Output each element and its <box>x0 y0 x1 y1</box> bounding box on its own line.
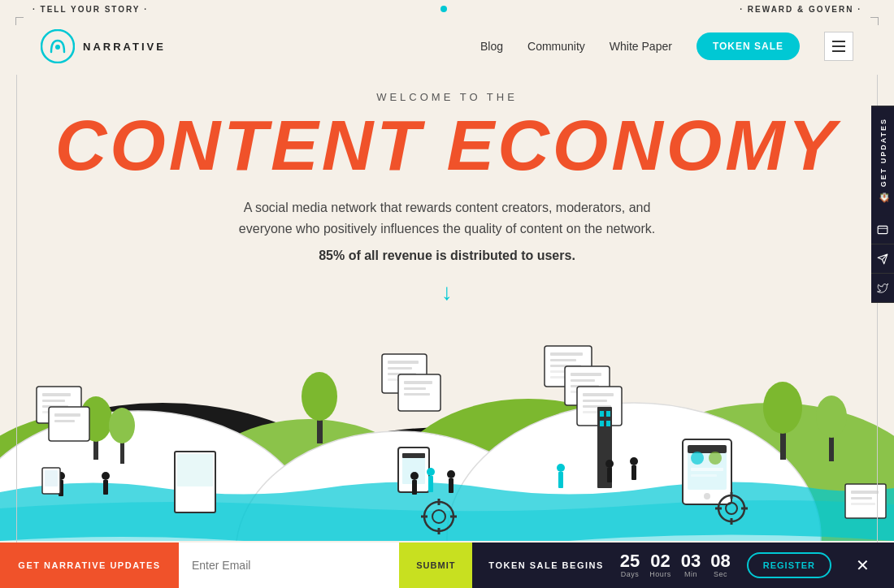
hamburger-line2 <box>832 45 845 47</box>
svg-rect-58 <box>550 359 576 361</box>
countdown-hours: 02 Hours <box>649 552 671 578</box>
sidebar-telegram-icon[interactable] <box>871 244 894 274</box>
svg-rect-76 <box>606 421 610 426</box>
hero-description: A social media network that rewards cont… <box>228 197 666 239</box>
svg-rect-22 <box>54 413 80 417</box>
svg-rect-43 <box>402 453 425 458</box>
svg-rect-104 <box>851 491 879 494</box>
top-bar-left: · TELL YOUR STORY · <box>33 5 148 14</box>
countdown-sec: 08 Sec <box>710 552 730 578</box>
svg-rect-40 <box>404 393 430 396</box>
min-number: 03 <box>681 552 701 570</box>
svg-rect-38 <box>404 381 432 384</box>
svg-rect-89 <box>688 445 727 453</box>
countdown-min: 03 Min <box>681 552 701 578</box>
svg-rect-63 <box>571 373 601 376</box>
svg-point-50 <box>410 472 419 480</box>
svg-rect-57 <box>550 352 583 356</box>
svg-point-83 <box>605 460 614 468</box>
logo-icon <box>41 29 75 63</box>
countdown: 25 Days 02 Hours 03 Min 08 Sec <box>620 552 731 578</box>
svg-rect-17 <box>42 393 71 396</box>
hamburger-line1 <box>832 41 845 42</box>
svg-rect-84 <box>607 468 612 482</box>
svg-rect-82 <box>558 472 563 488</box>
sidebar-right: 🏠 GET UPDATES <box>871 106 894 303</box>
hamburger-line3 <box>832 50 845 52</box>
svg-rect-106 <box>851 503 875 505</box>
top-bar-right: · REWARD & GOVERN · <box>740 5 861 14</box>
logo[interactable]: NARRATIVE <box>41 29 166 63</box>
svg-rect-73 <box>600 411 604 417</box>
svg-rect-68 <box>583 393 614 396</box>
token-sale-button[interactable]: TOKEN SALE <box>697 32 800 60</box>
svg-point-81 <box>557 464 565 472</box>
email-input[interactable] <box>192 559 386 572</box>
svg-point-15 <box>109 408 135 443</box>
close-button[interactable]: ✕ <box>848 556 878 575</box>
svg-rect-86 <box>631 465 636 480</box>
svg-rect-107 <box>878 226 887 233</box>
svg-rect-34 <box>388 367 412 370</box>
nav-whitepaper[interactable]: White Paper <box>610 40 672 53</box>
hours-label: Hours <box>649 570 671 578</box>
hamburger-menu[interactable] <box>824 32 853 61</box>
nav-community[interactable]: Community <box>527 40 585 53</box>
svg-point-52 <box>427 468 435 476</box>
svg-rect-55 <box>449 478 454 493</box>
nav-blog[interactable]: Blog <box>480 40 503 53</box>
bottom-email-section <box>179 543 399 588</box>
svg-rect-69 <box>583 400 607 402</box>
hero-highlight: 85% of all revenue is distributed to use… <box>16 249 878 263</box>
bottom-token-section: TOKEN SALE BEGINS 25 Days 02 Hours 03 Mi… <box>472 543 894 588</box>
hero-title: CONTENT ECONOMY <box>16 110 878 181</box>
svg-rect-64 <box>571 379 595 382</box>
svg-rect-33 <box>388 361 419 364</box>
svg-point-80 <box>816 396 847 438</box>
svg-point-91 <box>691 452 704 465</box>
hero-arrow-icon: ↓ <box>16 279 878 305</box>
svg-rect-94 <box>691 474 717 477</box>
header: NARRATIVE Blog Community White Paper TOK… <box>16 18 878 75</box>
countdown-days: 25 Days <box>620 552 640 578</box>
svg-point-1 <box>55 45 60 50</box>
svg-rect-39 <box>404 387 426 390</box>
bottom-bar: GET NARRATIVE UPDATES SUBMIT TOKEN SALE … <box>0 543 894 588</box>
sidebar-twitter-icon[interactable] <box>871 274 894 303</box>
svg-rect-29 <box>103 480 108 495</box>
submit-button[interactable]: SUBMIT <box>399 543 472 588</box>
svg-point-85 <box>630 457 638 465</box>
svg-rect-18 <box>42 400 65 402</box>
svg-rect-74 <box>606 411 610 417</box>
sec-label: Sec <box>710 570 730 578</box>
sec-number: 08 <box>710 552 730 570</box>
svg-rect-102 <box>177 454 213 486</box>
svg-rect-103 <box>845 484 886 518</box>
sidebar-medium-icon[interactable] <box>871 215 894 244</box>
get-updates-label: GET UPDATES <box>879 118 887 187</box>
svg-rect-75 <box>600 421 604 426</box>
svg-rect-37 <box>398 374 440 411</box>
svg-point-54 <box>447 470 455 478</box>
svg-point-28 <box>102 472 110 480</box>
nav: Blog Community White Paper TOKEN SALE <box>480 32 853 61</box>
svg-point-31 <box>302 372 337 421</box>
token-sale-label: TOKEN SALE BEGINS <box>488 560 603 570</box>
bottom-updates-label: GET NARRATIVE UPDATES <box>18 560 160 570</box>
top-bar-dot <box>440 6 447 12</box>
hero-subtitle: WELCOME TO THE <box>16 91 878 103</box>
svg-rect-53 <box>428 476 433 492</box>
bottom-updates-section: GET NARRATIVE UPDATES <box>0 543 179 588</box>
svg-rect-51 <box>412 480 417 495</box>
register-button[interactable]: REGISTER <box>747 552 831 578</box>
svg-rect-21 <box>49 407 89 441</box>
svg-rect-93 <box>691 468 723 471</box>
svg-point-92 <box>709 452 722 465</box>
home-icon: 🏠 <box>878 192 888 204</box>
get-updates-sidebar[interactable]: 🏠 GET UPDATES <box>871 106 895 215</box>
hero-section: WELCOME TO THE CONTENT ECONOMY A social … <box>16 75 878 305</box>
svg-rect-23 <box>54 420 75 422</box>
days-number: 25 <box>620 552 640 570</box>
svg-rect-27 <box>45 470 58 486</box>
top-bar: · TELL YOUR STORY · · REWARD & GOVERN · <box>0 0 894 18</box>
